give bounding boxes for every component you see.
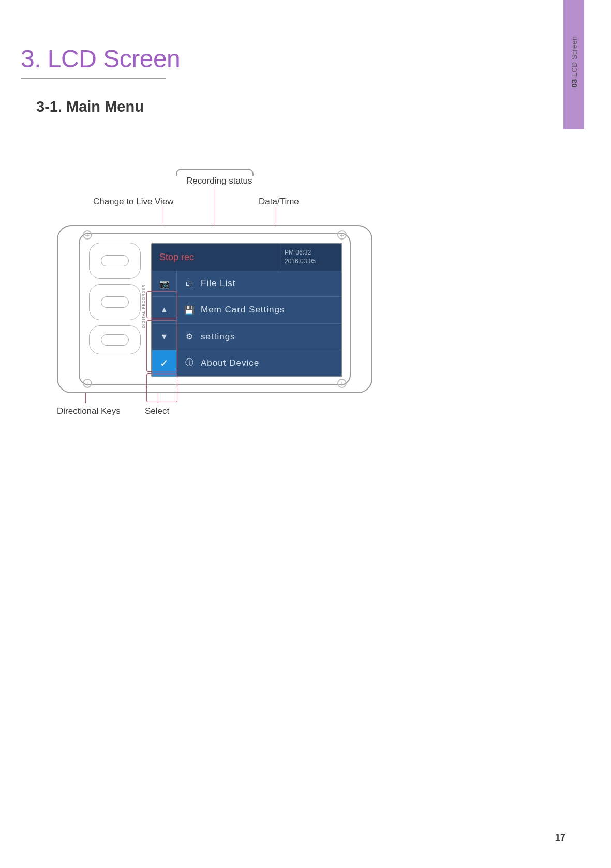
hardware-button-top[interactable] xyxy=(89,243,141,279)
chapter-side-tab-text: 03 LCD Screen xyxy=(570,36,578,87)
lcd-header: Stop rec PM 06:32 2016.03.05 xyxy=(152,244,341,271)
hardware-button-column xyxy=(89,243,141,354)
lcd-menu-item-filelist[interactable]: 🗂 File List xyxy=(177,271,341,297)
section-title: 3-1. Main Menu xyxy=(36,98,144,115)
callout-select: Select xyxy=(145,406,169,416)
file-list-icon: 🗂 xyxy=(184,279,195,288)
lcd-screen: Stop rec PM 06:32 2016.03.05 📷 ▲ ▼ ✓ 🗂 F… xyxy=(151,243,342,377)
lcd-time: PM 06:32 xyxy=(285,248,336,257)
lcd-menu-label: File List xyxy=(201,278,236,289)
screw-icon xyxy=(337,230,347,240)
chapter-side-tab: 03 LCD Screen xyxy=(563,0,584,129)
hardware-button-bottom[interactable] xyxy=(89,325,141,354)
device-label-text: DIGITAL RECORDER xyxy=(142,267,150,345)
lcd-date: 2016.03.05 xyxy=(285,257,336,266)
lcd-datetime: PM 06:32 2016.03.05 xyxy=(279,244,341,271)
callout-recording-status: Recording status xyxy=(186,176,252,186)
lcd-menu-label: About Device xyxy=(201,358,259,368)
chapter-tab-label: LCD Screen xyxy=(570,36,578,77)
lcd-check-icon[interactable]: ✓ xyxy=(152,350,176,376)
lcd-side-buttons: 📷 ▲ ▼ ✓ xyxy=(152,271,177,376)
device-diagram: Recording status Change to Live View Dat… xyxy=(57,176,388,419)
lcd-menu-item-memcard[interactable]: 💾 Mem Card Settings xyxy=(177,297,341,323)
hardware-button-inner xyxy=(101,255,129,266)
callout-live-view: Change to Live View xyxy=(93,197,174,207)
screw-icon xyxy=(83,230,92,240)
callout-directional-keys: Directional Keys xyxy=(57,406,121,416)
lcd-camera-icon[interactable]: 📷 xyxy=(152,271,176,297)
chapter-title: 3. LCD Screen xyxy=(21,44,180,73)
lcd-menu-list: 🗂 File List 💾 Mem Card Settings ⚙ settin… xyxy=(177,271,341,376)
save-icon: 💾 xyxy=(184,305,195,315)
lcd-menu-item-about[interactable]: ⓘ About Device xyxy=(177,350,341,376)
chapter-tab-num: 03 xyxy=(570,79,578,87)
page-number: 17 xyxy=(555,832,565,843)
title-underline xyxy=(21,78,166,79)
lcd-down-arrow-icon[interactable]: ▼ xyxy=(152,324,176,350)
lcd-up-arrow-icon[interactable]: ▲ xyxy=(152,297,176,323)
lcd-menu-label: Mem Card Settings xyxy=(201,305,285,315)
lcd-menu-item-settings[interactable]: ⚙ settings xyxy=(177,324,341,350)
device-mount xyxy=(176,169,254,176)
hardware-button-middle[interactable] xyxy=(89,284,141,320)
info-icon: ⓘ xyxy=(184,357,195,368)
hardware-button-inner xyxy=(101,296,129,308)
callout-date-time: Data/Time xyxy=(259,197,299,207)
screw-icon xyxy=(83,379,92,388)
lcd-body: 📷 ▲ ▼ ✓ 🗂 File List 💾 Mem Card Settings xyxy=(152,271,341,376)
lcd-recording-status: Stop rec xyxy=(152,244,279,271)
lcd-menu-label: settings xyxy=(201,332,235,342)
device-outline-outer: DIGITAL RECORDER Stop rec PM 06:32 2016.… xyxy=(57,225,372,393)
hardware-button-inner xyxy=(101,334,129,346)
screw-icon xyxy=(337,379,347,388)
sliders-icon: ⚙ xyxy=(184,332,195,341)
